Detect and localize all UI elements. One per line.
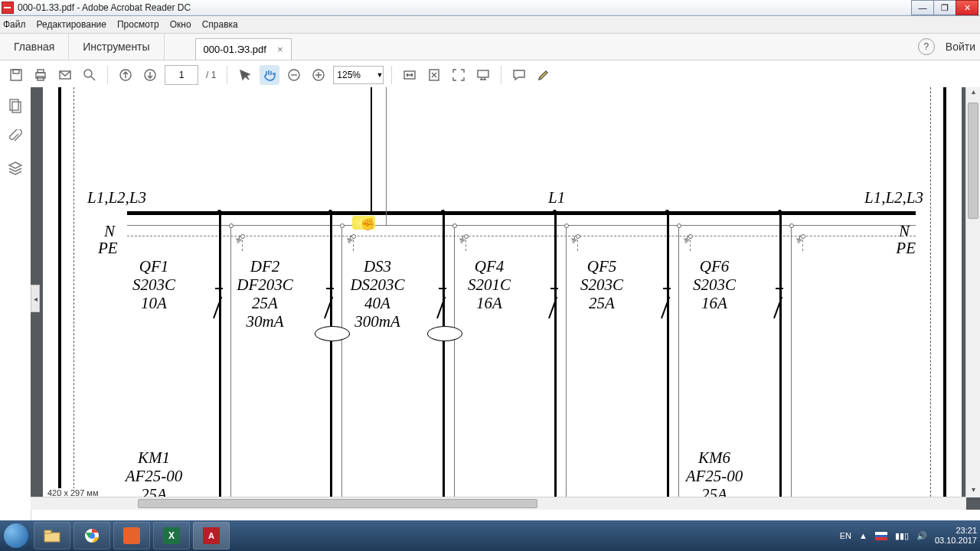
help-icon[interactable]: ? bbox=[918, 38, 935, 55]
read-mode-icon[interactable] bbox=[473, 65, 493, 85]
tray-lang[interactable]: EN bbox=[840, 531, 851, 540]
page-up-icon[interactable] bbox=[116, 65, 136, 85]
tab-tools[interactable]: Инструменты bbox=[69, 34, 164, 60]
tab-document[interactable]: 000-01.Э3.pdf × bbox=[195, 38, 292, 60]
fit-page-icon[interactable] bbox=[424, 65, 444, 85]
task-acrobat[interactable]: A bbox=[193, 522, 230, 549]
zoom-out-icon[interactable] bbox=[284, 65, 304, 85]
document-viewport: ◂ L1,L2,L3 L1 L1,L2,L3 N N PE PE ✊ ⏚QF1S… bbox=[31, 87, 980, 510]
comment-icon[interactable] bbox=[509, 65, 529, 85]
task-excel[interactable]: X bbox=[153, 522, 190, 549]
tray-up-icon[interactable]: ▲ bbox=[859, 531, 867, 540]
tray-sound-icon[interactable]: 🔊 bbox=[916, 531, 927, 541]
tab-home[interactable]: Главная bbox=[0, 34, 69, 60]
branch-label: QF5S203C25A bbox=[544, 257, 659, 312]
task-app-orange[interactable] bbox=[113, 522, 150, 549]
svg-rect-3 bbox=[38, 70, 44, 73]
tray-flag-icon[interactable] bbox=[875, 532, 887, 540]
tab-close-icon[interactable]: × bbox=[277, 44, 283, 55]
label-phase-mid: L1 bbox=[548, 188, 565, 207]
svg-rect-1 bbox=[13, 70, 19, 73]
scrollbar-vertical[interactable]: ▴ ▾ bbox=[965, 87, 980, 497]
select-tool-icon[interactable] bbox=[235, 65, 255, 85]
menu-file[interactable]: Файл bbox=[3, 19, 26, 30]
layers-icon[interactable] bbox=[8, 161, 23, 178]
page-total: / 1 bbox=[206, 70, 216, 80]
menu-help[interactable]: Справка bbox=[202, 19, 238, 30]
close-button[interactable]: ✕ bbox=[956, 0, 978, 15]
start-button[interactable] bbox=[0, 520, 32, 551]
system-tray[interactable]: EN ▲ ▮▮▯ 🔊 23:2103.10.2017 bbox=[840, 526, 980, 546]
contactor-label: KM1AF25-0025A bbox=[96, 448, 211, 497]
maximize-button[interactable]: ❐ bbox=[933, 0, 956, 15]
fit-width-icon[interactable] bbox=[400, 65, 420, 85]
zoom-select[interactable]: 125%▼ bbox=[333, 66, 384, 84]
side-panel bbox=[0, 87, 31, 520]
toolbar: / 1 125%▼ bbox=[0, 60, 980, 90]
menu-edit[interactable]: Редактирование bbox=[37, 19, 106, 30]
label-phase-right: L1,L2,L3 bbox=[864, 188, 923, 207]
login-button[interactable]: Войти bbox=[946, 41, 975, 53]
svg-point-6 bbox=[84, 70, 92, 77]
search-icon[interactable] bbox=[80, 65, 100, 85]
menu-window[interactable]: Окно bbox=[170, 19, 191, 30]
svg-rect-13 bbox=[478, 70, 488, 77]
branch-label: QF4S201C16A bbox=[432, 257, 547, 312]
svg-rect-17 bbox=[44, 530, 51, 533]
tab-document-label: 000-01.Э3.pdf bbox=[204, 44, 266, 55]
tray-network-icon[interactable]: ▮▮▯ bbox=[895, 531, 909, 541]
menu-view[interactable]: Просмотр bbox=[117, 19, 159, 30]
page-number-input[interactable] bbox=[165, 65, 198, 85]
zoom-in-icon[interactable] bbox=[309, 65, 328, 85]
contactor-label: KM6AF25-0025A bbox=[657, 448, 772, 497]
hand-cursor-icon: ✊ bbox=[361, 217, 375, 231]
page-down-icon[interactable] bbox=[140, 65, 160, 85]
branch-label: DF2DF203C25A30mA bbox=[207, 257, 322, 331]
branch-label: QF6S203C16A bbox=[657, 257, 772, 312]
fullscreen-icon[interactable] bbox=[449, 65, 469, 85]
print-icon[interactable] bbox=[31, 65, 51, 85]
tab-strip: Главная Инструменты 000-01.Э3.pdf × ? Во… bbox=[0, 34, 980, 60]
attachments-icon[interactable] bbox=[8, 129, 23, 147]
task-explorer[interactable] bbox=[34, 522, 70, 549]
branch-label: QF1S203C10A bbox=[96, 257, 211, 312]
scrollbar-horizontal[interactable] bbox=[31, 497, 966, 510]
label-phase-left: L1,L2,L3 bbox=[87, 188, 146, 207]
thumbnails-icon[interactable] bbox=[8, 98, 23, 116]
window-titlebar: 000-01.33.pdf - Adobe Acrobat Reader DC … bbox=[0, 0, 980, 16]
minimize-button[interactable]: — bbox=[911, 0, 934, 15]
taskbar: X A EN ▲ ▮▮▯ 🔊 23:2103.10.2017 bbox=[0, 520, 980, 551]
bus-l bbox=[127, 211, 916, 215]
document-page[interactable]: L1,L2,L3 L1 L1,L2,L3 N N PE PE ✊ ⏚QF1S20… bbox=[43, 87, 962, 497]
tray-clock[interactable]: 23:2103.10.2017 bbox=[935, 526, 977, 546]
svg-rect-14 bbox=[10, 99, 18, 110]
bus-n bbox=[127, 225, 916, 226]
label-pe-left: PE bbox=[98, 239, 118, 258]
highlight-icon[interactable] bbox=[534, 65, 554, 85]
svg-rect-15 bbox=[12, 102, 21, 112]
svg-rect-16 bbox=[44, 533, 60, 542]
rcd-symbol bbox=[427, 326, 462, 341]
task-chrome[interactable] bbox=[74, 522, 110, 549]
label-pe-right: PE bbox=[896, 239, 916, 258]
save-icon[interactable] bbox=[6, 65, 26, 85]
pdf-icon bbox=[2, 2, 14, 14]
window-title: 000-01.33.pdf - Adobe Acrobat Reader DC bbox=[18, 2, 191, 13]
hand-tool-icon[interactable] bbox=[260, 65, 279, 85]
branch-label: DS3DS203C40A300mA bbox=[320, 257, 435, 331]
mail-icon[interactable] bbox=[55, 65, 75, 85]
menu-bar: Файл Редактирование Просмотр Окно Справк… bbox=[0, 16, 980, 34]
svg-rect-0 bbox=[11, 70, 21, 80]
collapse-sidepanel-icon[interactable]: ◂ bbox=[31, 285, 40, 312]
